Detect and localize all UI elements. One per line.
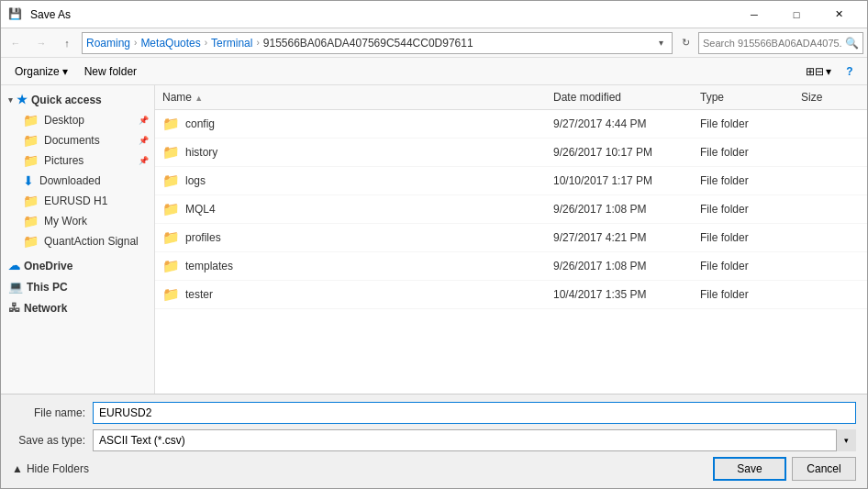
view-button[interactable]: ⊞⊟ ▾ (801, 61, 836, 82)
folder-icon: 📁 (162, 229, 180, 246)
secondary-toolbar: Organize ▾ New folder ⊞⊟ ▾ ? (1, 58, 867, 85)
file-name-cell: MQL4 (185, 203, 216, 216)
pictures-folder-icon: 📁 (23, 153, 39, 168)
new-folder-button[interactable]: New folder (78, 61, 143, 82)
sidebar-item-label-documents: Documents (44, 134, 100, 147)
sidebar-item-eurusd[interactable]: 📁 EURUSD H1 (1, 191, 154, 211)
hide-folders-label: Hide Folders (27, 462, 89, 475)
network-header[interactable]: 🖧 Network (1, 297, 154, 318)
onedrive-label: OneDrive (24, 260, 72, 272)
table-row[interactable]: 📁 config 9/27/2017 4:44 PM File folder (155, 110, 867, 139)
title-bar-left: 💾 Save As (8, 7, 71, 22)
navigation-toolbar: ← → ↑ Roaming › MetaQuotes › Terminal › … (1, 28, 867, 58)
bc-metaquotes[interactable]: MetaQuotes (140, 37, 200, 50)
documents-pin-icon: 📌 (139, 136, 149, 145)
title-bar: 💾 Save As ─ □ ✕ (1, 1, 867, 28)
save-as-type-select[interactable]: ASCII Text (*.csv) (93, 429, 856, 451)
table-row[interactable]: 📁 logs 10/10/2017 1:17 PM File folder (155, 167, 867, 195)
back-button[interactable]: ← (5, 32, 27, 54)
forward-button[interactable]: → (30, 32, 52, 54)
file-name-cell: logs (185, 174, 206, 187)
bc-terminal[interactable]: Terminal (211, 37, 252, 50)
title-controls: ─ □ ✕ (733, 1, 860, 28)
sidebar-item-label-pictures: Pictures (44, 154, 83, 167)
mywork-folder-icon: 📁 (23, 214, 39, 228)
help-button[interactable]: ? (840, 61, 860, 82)
file-name-row: File name: (12, 402, 856, 424)
column-size-header[interactable]: Size (794, 87, 867, 107)
file-type-cell: File folder (693, 142, 794, 162)
organize-label: Organize (15, 65, 60, 78)
column-date-header[interactable]: Date modified (546, 87, 693, 107)
bc-roaming[interactable]: Roaming (86, 37, 130, 50)
downloaded-folder-icon: ⬇ (23, 173, 34, 188)
bottom-bar: File name: Save as type: ASCII Text (*.c… (1, 394, 867, 488)
quick-access-star-icon: ★ (17, 93, 28, 106)
desktop-pin-icon: 📌 (139, 116, 149, 125)
save-as-type-row: Save as type: ASCII Text (*.csv) ▾ (12, 429, 856, 451)
onedrive-header[interactable]: ☁ OneDrive (1, 255, 154, 276)
sidebar-item-mywork[interactable]: 📁 My Work (1, 211, 154, 231)
sidebar-item-label-quantaction: QuantAction Signal (44, 235, 139, 248)
sidebar: ▾ ★ Quick access 📁 Desktop 📌 📁 Documents… (1, 85, 155, 394)
file-name-cell: templates (185, 260, 233, 272)
folder-icon: 📁 (162, 144, 180, 161)
folder-icon: 📁 (162, 286, 180, 303)
hide-folders-button[interactable]: ▲ Hide Folders (12, 462, 89, 475)
thispc-label: This PC (27, 281, 68, 294)
name-sort-icon: ▲ (195, 94, 203, 103)
cancel-button[interactable]: Cancel (792, 457, 856, 481)
search-input[interactable] (703, 38, 841, 49)
view-chevron-icon: ▾ (826, 65, 831, 78)
sidebar-item-downloaded[interactable]: ⬇ Downloaded (1, 171, 154, 191)
minimize-button[interactable]: ─ (733, 1, 775, 28)
file-size-cell (794, 177, 867, 184)
up-button[interactable]: ↑ (56, 32, 78, 54)
file-type-cell: File folder (693, 171, 794, 191)
address-bar[interactable]: Roaming › MetaQuotes › Terminal › 915566… (82, 32, 673, 54)
save-button[interactable]: Save (713, 457, 786, 481)
pictures-pin-icon: 📌 (139, 156, 149, 165)
column-type-header[interactable]: Type (693, 87, 794, 107)
table-row[interactable]: 📁 MQL4 9/26/2017 1:08 PM File folder (155, 195, 867, 224)
folder-icon: 📁 (162, 172, 180, 189)
thispc-pc-icon: 💻 (8, 280, 23, 294)
sidebar-item-label-downloaded: Downloaded (39, 174, 101, 187)
documents-folder-icon: 📁 (23, 133, 39, 148)
sidebar-item-label-eurusd: EURUSD H1 (44, 194, 107, 207)
file-list-header: Name ▲ Date modified Type Size (155, 85, 867, 110)
sidebar-item-pictures[interactable]: 📁 Pictures 📌 (1, 150, 154, 171)
table-row[interactable]: 📁 history 9/26/2017 10:17 PM File folder (155, 139, 867, 167)
file-size-cell (794, 291, 867, 298)
desktop-folder-icon: 📁 (23, 113, 39, 128)
close-button[interactable]: ✕ (818, 1, 860, 28)
file-type-cell: File folder (693, 199, 794, 219)
onedrive-cloud-icon: ☁ (8, 259, 20, 272)
maximize-button[interactable]: □ (775, 1, 818, 28)
save-label: Save (737, 462, 762, 475)
sidebar-item-quantaction[interactable]: 📁 QuantAction Signal (1, 231, 154, 251)
quick-access-chevron-icon: ▾ (8, 95, 13, 105)
refresh-button[interactable]: ↻ (676, 33, 695, 53)
file-date-cell: 9/26/2017 10:17 PM (546, 142, 693, 162)
file-name-input[interactable] (93, 402, 856, 424)
main-content: ▾ ★ Quick access 📁 Desktop 📌 📁 Documents… (1, 85, 867, 394)
file-rows-container: 📁 config 9/27/2017 4:44 PM File folder 📁… (155, 110, 867, 309)
quick-access-header[interactable]: ▾ ★ Quick access (1, 89, 154, 110)
folder-icon: 📁 (162, 258, 180, 274)
network-icon: 🖧 (8, 301, 20, 315)
hide-folders-chevron-icon: ▲ (12, 462, 23, 475)
sidebar-item-label-desktop: Desktop (44, 114, 84, 127)
breadcrumb: Roaming › MetaQuotes › Terminal › 915566… (86, 37, 650, 50)
thispc-header[interactable]: 💻 This PC (1, 276, 154, 297)
button-row: ▲ Hide Folders Save Cancel (12, 457, 856, 481)
column-name-header[interactable]: Name ▲ (155, 87, 546, 107)
file-type-cell: File folder (693, 256, 794, 276)
table-row[interactable]: 📁 templates 9/26/2017 1:08 PM File folde… (155, 252, 867, 281)
sidebar-item-documents[interactable]: 📁 Documents 📌 (1, 130, 154, 150)
table-row[interactable]: 📁 tester 10/4/2017 1:35 PM File folder (155, 281, 867, 309)
sidebar-item-desktop[interactable]: 📁 Desktop 📌 (1, 110, 154, 130)
organize-button[interactable]: Organize ▾ (8, 61, 74, 82)
table-row[interactable]: 📁 profiles 9/27/2017 4:21 PM File folder (155, 224, 867, 252)
address-dropdown-button[interactable]: ▾ (653, 34, 668, 52)
